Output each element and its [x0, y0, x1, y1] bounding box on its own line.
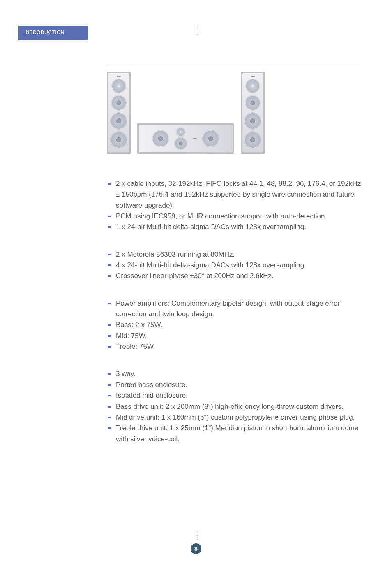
spec-list-inputs: 2 x cable inputs, 32-192kHz. FIFO locks …: [107, 179, 362, 233]
spec-item: Mid: 75W.: [107, 331, 362, 341]
speaker-led-icon: [193, 138, 197, 139]
speaker-led-icon: [251, 76, 255, 77]
spec-item: Power amplifiers: Complementary bipolar …: [107, 298, 362, 320]
decorative-dots-top: ·····: [196, 25, 198, 35]
spec-item: Treble: 75W.: [107, 341, 362, 352]
spec-item: 2 x Motorola 56303 running at 80MHz.: [107, 249, 362, 260]
sidebar-section-label: INTRODUCTION: [18, 26, 88, 40]
speaker-vertical-left: [107, 72, 131, 154]
decorative-dots-bottom: ·····: [196, 530, 198, 540]
spec-item: Mid drive unit: 1 x 160mm (6") custom po…: [107, 412, 362, 423]
spec-item: Bass drive unit: 2 x 200mm (8") high-eff…: [107, 401, 362, 412]
spec-list-amplifiers: Power amplifiers: Complementary bipolar …: [107, 298, 362, 352]
speaker-bass-icon: [203, 130, 219, 147]
page-content: 2 x cable inputs, 32-192kHz. FIFO locks …: [107, 64, 362, 461]
speaker-diagram: [107, 72, 362, 154]
speaker-bass-icon: [244, 132, 261, 148]
spec-item: Crossover linear-phase ±30° at 200Hz and…: [107, 271, 362, 281]
spec-item: PCM using IEC958, or MHR connection supp…: [107, 211, 362, 222]
speaker-bass-icon: [152, 130, 169, 147]
spec-item: Ported bass enclosure.: [107, 380, 362, 390]
speaker-mid-icon: [175, 137, 187, 150]
spec-item: 3 way.: [107, 369, 362, 379]
speaker-tweeter-icon: [176, 128, 185, 137]
speaker-bass-icon: [244, 113, 261, 129]
page-number-badge: 8: [191, 543, 201, 554]
speaker-led-icon: [117, 76, 121, 77]
spec-list-drivers: 3 way. Ported bass enclosure. Isolated m…: [107, 369, 362, 444]
spec-item: 2 x cable inputs, 32-192kHz. FIFO locks …: [107, 179, 362, 211]
speaker-bass-icon: [111, 132, 127, 148]
spec-item: Isolated mid enclosure.: [107, 390, 362, 401]
spec-item: Treble drive unit: 1 x 25mm (1") Meridia…: [107, 423, 362, 445]
speaker-tweeter-icon: [246, 79, 260, 93]
spec-item: 4 x 24-bit Multi-bit delta-sigma DACs wi…: [107, 260, 362, 271]
spec-list-dsp: 2 x Motorola 56303 running at 80MHz. 4 x…: [107, 249, 362, 282]
speaker-tweeter-icon: [112, 79, 126, 93]
speaker-mid-icon: [245, 95, 260, 110]
section-divider: [107, 64, 362, 64]
spec-item: Bass: 2 x 75W.: [107, 320, 362, 330]
decorative-dots-right: [384, 26, 385, 542]
speaker-mid-icon: [111, 95, 126, 110]
spec-item: 1 x 24-bit Multi-bit delta-sigma DACs wi…: [107, 222, 362, 232]
speaker-vertical-right: [241, 72, 265, 154]
speaker-bass-icon: [111, 113, 127, 129]
speaker-horizontal-center: [137, 123, 234, 154]
